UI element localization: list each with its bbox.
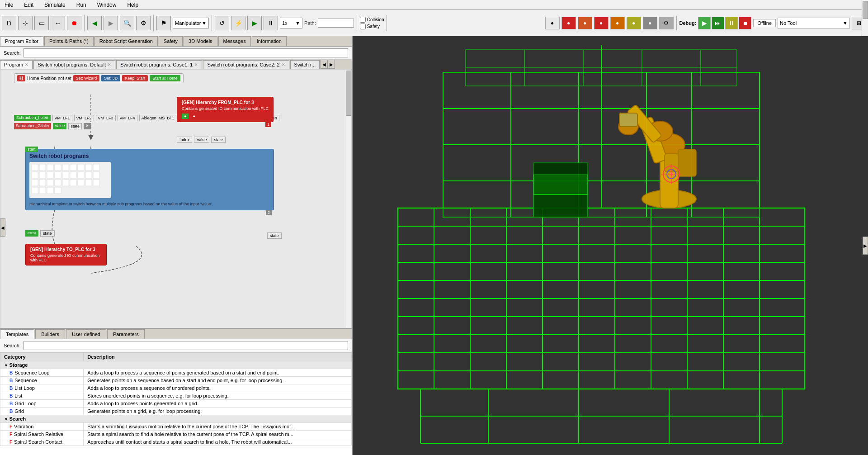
side-arrow-right[interactable]: ▶ bbox=[863, 237, 868, 255]
side-arrow-left[interactable]: ◀ bbox=[0, 218, 5, 237]
svg-rect-27 bbox=[93, 180, 99, 186]
table-row[interactable]: FSpiral Search ContactApproaches until c… bbox=[0, 438, 352, 446]
prog-tab-default[interactable]: Switch robot programs: Default ✕ bbox=[33, 60, 115, 69]
prog-tab-main-close[interactable]: ✕ bbox=[25, 62, 28, 67]
prog-tab-default-close[interactable]: ✕ bbox=[108, 62, 111, 67]
debug-step[interactable]: ⏭ bbox=[712, 17, 724, 29]
view-btn-3[interactable]: ● bbox=[578, 17, 592, 29]
tab-templates[interactable]: Templates bbox=[0, 329, 34, 339]
collision-checkbox[interactable] bbox=[360, 17, 366, 23]
search-input[interactable] bbox=[24, 48, 348, 57]
main-area: Program Editor Points & Paths (*) Robot … bbox=[0, 36, 868, 455]
safety-checkbox[interactable] bbox=[360, 24, 366, 29]
view-btn-6[interactable]: ● bbox=[627, 17, 641, 29]
robot-svg bbox=[353, 36, 868, 455]
table-row[interactable]: FVibrationStarts a vibrating Lissajous m… bbox=[0, 423, 352, 431]
gen-node-1[interactable]: [GEN] Hierarchy FROM_PLC for 3 Contains … bbox=[177, 97, 274, 122]
prog-tab-main[interactable]: Program ✕ bbox=[0, 60, 33, 69]
prog-tab-case2-close[interactable]: ✕ bbox=[282, 62, 285, 67]
debug-pause[interactable]: ⏸ bbox=[725, 17, 738, 29]
arrow-button[interactable]: ↔ bbox=[51, 16, 65, 30]
menu-simulate[interactable]: Simulate bbox=[42, 1, 68, 9]
new-button[interactable]: 🗋 bbox=[2, 16, 16, 30]
canvas-scroll-thumb[interactable] bbox=[346, 71, 351, 116]
record-button[interactable]: ⏺ bbox=[67, 16, 81, 30]
prog-tab-case1[interactable]: Switch robot programs: Case1: 1 ✕ bbox=[116, 60, 202, 69]
right-panel[interactable]: ▶ bbox=[353, 36, 868, 455]
connect-button[interactable]: ⚡ bbox=[231, 16, 245, 30]
table-row[interactable]: BSequence LoopAdds a loop to process a s… bbox=[0, 369, 352, 377]
tab-builders[interactable]: Builders bbox=[35, 329, 65, 339]
search-button[interactable]: 🔍 bbox=[120, 16, 134, 30]
table-row[interactable]: BSequenceGenerates points on a sequence … bbox=[0, 377, 352, 384]
view-btn-2[interactable]: ● bbox=[561, 17, 576, 29]
tab-information[interactable]: Information bbox=[252, 36, 287, 46]
debug-stop[interactable]: ■ bbox=[739, 17, 751, 29]
fwd-button[interactable]: ▶ bbox=[104, 16, 118, 30]
no-tool-dropdown[interactable]: No Tool ▼ bbox=[778, 18, 850, 28]
menu-run[interactable]: Run bbox=[74, 1, 89, 9]
rect-button[interactable]: ▭ bbox=[34, 16, 49, 30]
path-input[interactable] bbox=[318, 19, 354, 28]
gen-node-2[interactable]: [GEN] Hierarchy TO_PLC for 3 Contains ge… bbox=[25, 244, 107, 265]
prog-tab-nav-prev[interactable]: ◀ bbox=[321, 60, 328, 69]
tab-program-editor[interactable]: Program Editor bbox=[0, 36, 43, 46]
view-btn-5[interactable]: ● bbox=[610, 17, 625, 29]
play-button[interactable]: ▶ bbox=[247, 16, 262, 30]
back-button[interactable]: ◀ bbox=[87, 16, 102, 30]
tab-messages[interactable]: Messages bbox=[218, 36, 251, 46]
tb-icon1[interactable]: ⚑ bbox=[156, 16, 171, 30]
offline-button[interactable]: Offline bbox=[753, 19, 776, 27]
prog-canvas[interactable]: H Home Position not set Set: Wizard Set:… bbox=[0, 70, 351, 328]
menu-file[interactable]: File bbox=[2, 1, 16, 9]
keep-start-btn[interactable]: Keep: Start bbox=[122, 75, 148, 81]
menu-edit[interactable]: Edit bbox=[21, 1, 36, 9]
speed-dropdown[interactable]: 1x ▼ bbox=[280, 18, 302, 28]
template-table-wrapper[interactable]: Category Description StorageBSequence Lo… bbox=[0, 352, 352, 455]
table-row[interactable]: BGrid LoopAdds a loop to process points … bbox=[0, 400, 352, 408]
canvas-area[interactable]: H Home Position not set Set: Wizard Set:… bbox=[0, 69, 352, 328]
prog-tab-nav-next[interactable]: ▶ bbox=[328, 60, 335, 69]
table-row[interactable]: BListStores unordered points in a sequen… bbox=[0, 392, 352, 400]
pause-button[interactable]: ⏸ bbox=[264, 16, 278, 30]
manipulator-dropdown[interactable]: Manipulator ▼ bbox=[173, 18, 209, 28]
tab-safety[interactable]: Safety bbox=[159, 36, 183, 46]
prog-tab-case2[interactable]: Switch robot programs: Case2: 2 ✕ bbox=[203, 60, 289, 69]
tab-robot-script[interactable]: Robot Script Generation bbox=[94, 36, 158, 46]
menu-window[interactable]: Window bbox=[94, 1, 119, 9]
3d-scene[interactable] bbox=[353, 36, 868, 455]
cursor-button[interactable]: ⊹ bbox=[18, 16, 33, 30]
prog-tab-case1-close[interactable]: ✕ bbox=[194, 62, 198, 67]
sep3 bbox=[212, 15, 212, 31]
svg-rect-79 bbox=[619, 113, 637, 127]
home-node[interactable]: H Home Position not set Set: Wizard Set:… bbox=[14, 73, 184, 83]
tab-user-defined[interactable]: User-defined bbox=[66, 329, 106, 339]
set-wizard-btn[interactable]: Set: Wizard bbox=[73, 75, 100, 81]
cat-row-storage[interactable]: Storage bbox=[0, 361, 352, 369]
tab-3d-models[interactable]: 3D Models bbox=[184, 36, 217, 46]
menu-help[interactable]: Help bbox=[124, 1, 141, 9]
collision-checkbox-label[interactable]: Collision bbox=[360, 17, 384, 23]
canvas-scrollbar[interactable] bbox=[345, 70, 351, 328]
tab-parameters[interactable]: Parameters bbox=[107, 329, 145, 339]
safety-checkbox-label[interactable]: Safety bbox=[360, 24, 384, 29]
view-btn-8[interactable]: ⚙ bbox=[659, 17, 674, 29]
svg-rect-30 bbox=[47, 187, 53, 194]
settings-button[interactable]: ⚙ bbox=[136, 16, 151, 30]
table-row[interactable]: BList LoopAdds a loop to process a seque… bbox=[0, 384, 352, 392]
debug-play[interactable]: ▶ bbox=[698, 17, 711, 29]
cat-row-search[interactable]: Search bbox=[0, 415, 352, 423]
start-at-home-btn[interactable]: Start at Home bbox=[150, 75, 180, 81]
item-icon: F bbox=[9, 432, 12, 437]
view-btn-7[interactable]: ● bbox=[643, 17, 657, 29]
set-3d-btn[interactable]: Set: 3D bbox=[101, 75, 120, 81]
switch-node[interactable]: Switch robot programs bbox=[25, 149, 274, 210]
view-btn-1[interactable]: ● bbox=[545, 17, 560, 29]
table-row[interactable]: FSpiral Search RelativeStarts a spiral s… bbox=[0, 431, 352, 438]
prog-tab-more[interactable]: Switch r... bbox=[290, 60, 320, 69]
reload-button[interactable]: ↺ bbox=[215, 16, 229, 30]
tab-points-paths[interactable]: Points & Paths (*) bbox=[44, 36, 94, 46]
table-row[interactable]: BGridGenerates points on a grid, e.g. fo… bbox=[0, 408, 352, 415]
bottom-search-input[interactable] bbox=[24, 341, 348, 350]
view-btn-4[interactable]: ● bbox=[594, 17, 609, 29]
